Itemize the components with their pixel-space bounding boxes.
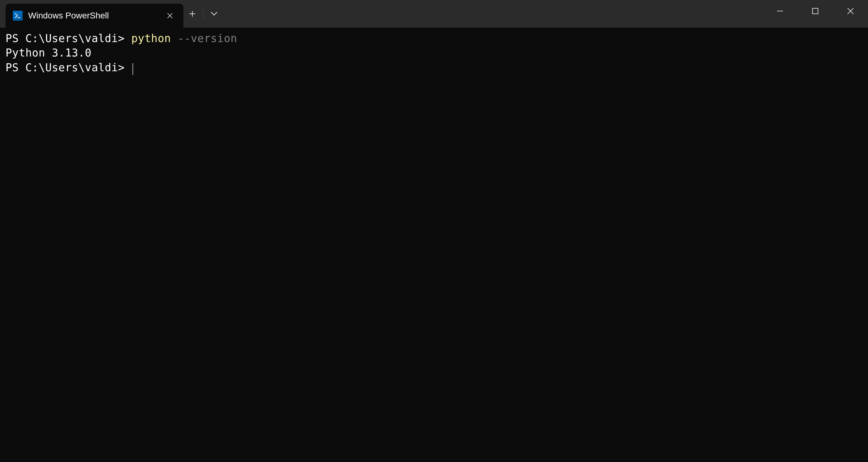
cursor	[132, 63, 133, 75]
terminal-content[interactable]: PS C:\Users\valdi> python --version Pyth…	[0, 28, 868, 79]
tab-strip: Windows PowerShell	[0, 0, 183, 28]
close-window-button[interactable]	[833, 0, 868, 22]
titlebar-actions	[183, 0, 223, 28]
svg-rect-6	[812, 8, 818, 14]
new-tab-button[interactable]	[183, 5, 201, 23]
prompt-line-2: PS C:\Users\valdi>	[5, 61, 131, 74]
tab-title: Windows PowerShell	[28, 11, 158, 21]
command-text: python	[131, 32, 178, 45]
titlebar-drag-area[interactable]	[223, 0, 762, 28]
prompt-line-1: PS C:\Users\valdi>	[5, 32, 131, 45]
output-line: Python 3.13.0	[5, 47, 91, 59]
tab-close-button[interactable]	[164, 9, 176, 22]
minimize-button[interactable]	[762, 0, 798, 22]
titlebar: Windows PowerShell	[0, 0, 868, 28]
tab-dropdown-button[interactable]	[205, 5, 223, 23]
maximize-button[interactable]	[798, 0, 833, 22]
powershell-icon	[13, 11, 23, 21]
command-argument: --version	[178, 32, 237, 45]
tab-powershell[interactable]: Windows PowerShell	[5, 4, 183, 28]
window-controls	[762, 0, 868, 28]
